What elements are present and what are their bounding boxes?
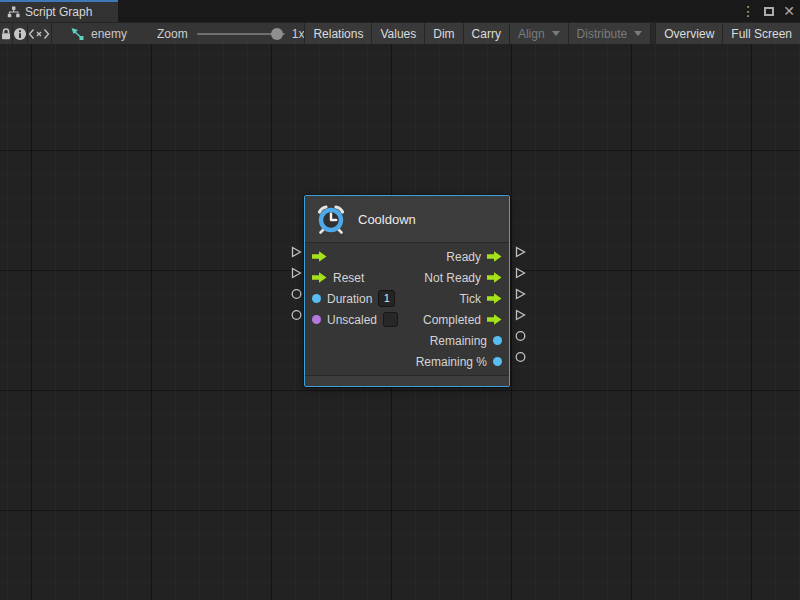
carry-button[interactable]: Carry	[463, 23, 509, 44]
tab-bar: Script Graph ⋮ ✕	[0, 0, 800, 22]
overview-button[interactable]: Overview	[655, 23, 722, 44]
tab-script-graph[interactable]: Script Graph	[0, 0, 118, 22]
port-connector-reset[interactable]	[291, 267, 302, 279]
port-label: Ready	[446, 250, 481, 264]
code-view-button[interactable]	[28, 23, 52, 44]
alarm-clock-icon	[315, 203, 347, 235]
overview-label: Overview	[664, 27, 714, 41]
port-connector-duration[interactable]	[291, 288, 302, 300]
node-header[interactable]: Cooldown	[305, 196, 509, 243]
values-label: Values	[380, 27, 416, 41]
duration-input[interactable]: 1	[378, 290, 395, 307]
dropdown-arrow-icon	[634, 31, 642, 36]
tick-port-icon[interactable]	[487, 293, 502, 304]
dim-label: Dim	[433, 27, 454, 41]
node-row: Remaining %	[305, 351, 509, 372]
node-row: Remaining	[305, 330, 509, 351]
unscaled-checkbox[interactable]	[383, 312, 398, 327]
node-title: Cooldown	[358, 212, 416, 227]
graph-breadcrumb[interactable]: enemy	[70, 23, 127, 44]
port-connector-unscaled[interactable]	[291, 309, 302, 321]
lock-icon	[0, 27, 12, 41]
port-label: Duration	[327, 292, 372, 306]
node-footer	[305, 375, 509, 386]
carry-label: Carry	[472, 27, 501, 41]
port-label: Reset	[333, 271, 364, 285]
lock-button[interactable]	[0, 23, 13, 44]
port-connector-completed[interactable]	[515, 309, 526, 321]
port-connector-not-ready[interactable]	[515, 267, 526, 279]
menu-icon[interactable]: ⋮	[741, 0, 755, 22]
node-row: Reset Not Ready	[305, 267, 509, 288]
hierarchy-graph-icon	[7, 6, 20, 18]
node-row: Duration 1 Tick	[305, 288, 509, 309]
info-icon	[13, 27, 27, 41]
zoom-slider[interactable]	[197, 33, 285, 35]
info-button[interactable]	[13, 23, 28, 44]
full-screen-label: Full Screen	[731, 27, 792, 41]
full-screen-button[interactable]: Full Screen	[722, 23, 800, 44]
relations-label: Relations	[313, 27, 363, 41]
ready-port-icon[interactable]	[487, 251, 502, 262]
maximize-icon[interactable]	[764, 7, 774, 16]
relations-button[interactable]: Relations	[304, 23, 371, 44]
window-controls: ⋮ ✕	[741, 0, 795, 22]
port-label: Remaining %	[416, 355, 487, 369]
graph-canvas[interactable]: Cooldown Ready	[0, 44, 800, 600]
dropdown-arrow-icon	[552, 31, 560, 36]
port-connector-remaining[interactable]	[515, 330, 526, 342]
node-row: Ready	[305, 246, 509, 267]
graph-toolbar: enemy Zoom 1x Relations Values Dim Carry…	[0, 22, 800, 44]
align-label: Align	[518, 27, 545, 41]
cooldown-node[interactable]: Cooldown Ready	[304, 195, 510, 387]
zoom-label: Zoom	[157, 27, 188, 41]
port-connector-ready[interactable]	[515, 246, 526, 258]
remaining-pct-port-icon[interactable]	[493, 357, 502, 366]
code-brackets-icon	[28, 28, 50, 40]
close-icon[interactable]: ✕	[783, 0, 795, 22]
not-ready-port-icon[interactable]	[487, 272, 502, 283]
graph-pointer-icon	[70, 27, 85, 41]
node-row: Unscaled Completed	[305, 309, 509, 330]
completed-port-icon[interactable]	[487, 314, 502, 325]
node-ports: Ready Reset Not Ready	[305, 243, 509, 372]
flow-input-port-icon[interactable]	[312, 251, 327, 262]
graph-name: enemy	[91, 27, 127, 41]
port-connector-flow-in[interactable]	[291, 246, 302, 258]
port-label: Completed	[423, 313, 481, 327]
port-label: Remaining	[430, 334, 487, 348]
align-button: Align	[509, 23, 568, 44]
port-label: Tick	[459, 292, 481, 306]
port-label: Unscaled	[327, 313, 377, 327]
toolbar-buttons: Relations Values Dim Carry Align Distrib…	[304, 23, 800, 44]
duration-port-icon[interactable]	[312, 294, 321, 303]
port-label: Not Ready	[424, 271, 481, 285]
tab-title: Script Graph	[25, 5, 92, 19]
port-connector-remaining-pct[interactable]	[515, 351, 526, 363]
remaining-port-icon[interactable]	[493, 336, 502, 345]
values-button[interactable]: Values	[371, 23, 424, 44]
port-connector-tick[interactable]	[515, 288, 526, 300]
dim-button[interactable]: Dim	[424, 23, 462, 44]
zoom-slider-handle[interactable]	[271, 28, 283, 40]
reset-port-icon[interactable]	[312, 272, 327, 283]
zoom-control: Zoom 1x	[127, 23, 304, 44]
unscaled-port-icon[interactable]	[312, 315, 321, 324]
distribute-label: Distribute	[577, 27, 628, 41]
distribute-button: Distribute	[568, 23, 651, 44]
zoom-value: 1x	[292, 27, 305, 41]
